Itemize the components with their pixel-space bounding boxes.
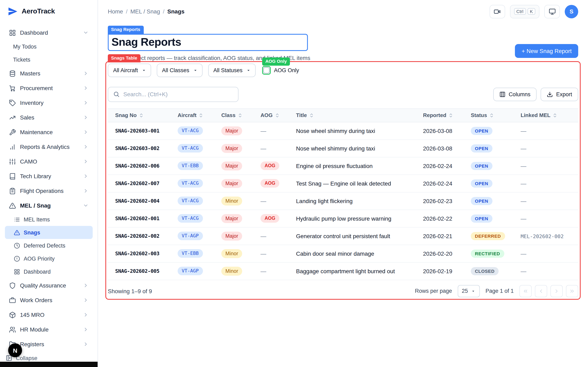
sidebar-item-my-todos[interactable]: My Todos bbox=[5, 40, 93, 53]
table-row[interactable]: SNAG-202602-002 VT-AGP Major — Generator… bbox=[108, 227, 578, 245]
aircraft-cell: VT-ACG bbox=[174, 140, 218, 157]
status-badge: OPEN bbox=[471, 197, 493, 205]
chevron-right-icon bbox=[554, 288, 559, 294]
prev-page-button[interactable] bbox=[535, 285, 547, 297]
reported-cell: 2026-03-08 bbox=[420, 140, 467, 157]
sidebar-item-dashboard[interactable]: Dashboard bbox=[5, 25, 93, 40]
sidebar-item-tech-library[interactable]: Tech Library bbox=[5, 169, 93, 184]
column-header-title[interactable]: Title bbox=[293, 109, 420, 122]
sidebar-item-sales[interactable]: Sales bbox=[5, 110, 93, 125]
snag-no-cell: SNAG-202602-007 bbox=[108, 175, 174, 192]
table-row[interactable]: SNAG-202602-005 VT-AGP Minor — Baggage c… bbox=[108, 262, 578, 280]
class-badge: Major bbox=[221, 179, 242, 188]
table-row[interactable]: SNAG-202602-003 VT-EBB Minor — Cabin doo… bbox=[108, 245, 578, 262]
table-row[interactable]: SNAG-202603-002 VT-ACG Major — Nose whee… bbox=[108, 140, 578, 157]
table-row[interactable]: SNAG-202602-001 VT-ACG Major AOG Hydraul… bbox=[108, 210, 578, 227]
sidebar-item-masters[interactable]: Masters bbox=[5, 66, 93, 81]
aog-only-checkbox[interactable] bbox=[263, 67, 269, 73]
table-row[interactable]: SNAG-202602-006 VT-EBB Major AOG Engine … bbox=[108, 157, 578, 175]
k-key: K bbox=[527, 8, 535, 15]
class-badge: Major bbox=[221, 214, 242, 223]
status-filter-select[interactable]: All Statuses bbox=[208, 64, 256, 77]
last-page-button[interactable] bbox=[566, 285, 578, 297]
column-header-linked-mel[interactable]: Linked MEL bbox=[517, 109, 578, 122]
class-filter-select[interactable]: All Classes bbox=[157, 64, 203, 77]
column-header-class[interactable]: Class bbox=[218, 109, 257, 122]
class-cell: Major bbox=[218, 227, 257, 245]
column-header-reported[interactable]: Reported bbox=[420, 109, 467, 122]
sidebar-item-inventory[interactable]: Inventory bbox=[5, 95, 93, 110]
user-avatar[interactable]: S bbox=[565, 5, 578, 18]
sidebar-item-mel-items[interactable]: MEL Items bbox=[5, 213, 93, 226]
column-header-label: Status bbox=[471, 112, 487, 118]
sidebar-item-label: CAMO bbox=[20, 158, 37, 165]
breadcrumb-item-home[interactable]: Home bbox=[108, 8, 123, 15]
column-header-snag-no[interactable]: Snag No bbox=[108, 109, 174, 122]
column-header-label: Reported bbox=[423, 112, 446, 118]
rows-per-page-select[interactable]: 25 bbox=[458, 285, 480, 297]
sidebar-item-hr-module[interactable]: HR Module bbox=[5, 322, 93, 337]
breadcrumb-item-snags[interactable]: Snags bbox=[167, 8, 185, 15]
sidebar-item-flight-operations[interactable]: Flight Operations bbox=[5, 184, 93, 198]
linked-mel-empty: — bbox=[521, 163, 526, 169]
export-button-label: Export bbox=[556, 91, 572, 98]
sort-icon bbox=[553, 113, 557, 118]
command-palette-button[interactable]: Ctrl K bbox=[510, 5, 539, 18]
sidebar-item-camo[interactable]: CAMO bbox=[5, 154, 93, 169]
snags-table: Snag NoAircraftClassAOGTitleReportedStat… bbox=[108, 108, 578, 280]
export-button[interactable]: Export bbox=[541, 88, 578, 101]
sidebar-item-mel-snag[interactable]: MEL / Snag bbox=[5, 198, 93, 213]
aog-cell: AOG bbox=[257, 157, 293, 175]
aircraft-badge: VT-EBB bbox=[178, 162, 203, 170]
breadcrumb-item-mel-snag[interactable]: MEL / Snag bbox=[130, 8, 160, 15]
sidebar-item-tickets[interactable]: Tickets bbox=[5, 53, 93, 66]
sidebar-item-145-mro[interactable]: 145 MRO bbox=[5, 308, 93, 322]
table-row[interactable]: SNAG-202602-004 VT-ACG Minor — Landing l… bbox=[108, 192, 578, 210]
column-header-aircraft[interactable]: Aircraft bbox=[174, 109, 218, 122]
sidebar-item-quality-assurance[interactable]: Quality Assurance bbox=[5, 278, 93, 293]
linked-mel-empty: — bbox=[521, 128, 526, 134]
page-header: Snag Reports Snag Reports Manage defect … bbox=[108, 25, 578, 61]
aircraft-badge: VT-EBB bbox=[178, 249, 203, 258]
title-cell: Engine oil pressure fluctuation bbox=[293, 157, 420, 175]
sidebar-item-aog-priority[interactable]: AOG Priority bbox=[5, 252, 93, 265]
display-button[interactable] bbox=[544, 5, 560, 18]
search-input[interactable] bbox=[123, 91, 233, 98]
next-page-button[interactable] bbox=[550, 285, 563, 297]
aircraft-filter-select[interactable]: All Aircraft bbox=[108, 64, 151, 77]
sidebar-item-work-orders[interactable]: Work Orders bbox=[5, 293, 93, 308]
topbar-actions: Ctrl K S bbox=[489, 5, 578, 18]
video-button[interactable] bbox=[489, 5, 505, 18]
sidebar-item-maintenance[interactable]: Maintenance bbox=[5, 125, 93, 140]
sidebar-item-reports-analytics[interactable]: Reports & Analytics bbox=[5, 140, 93, 154]
rows-per-page-label: Rows per page bbox=[415, 288, 452, 294]
filters-row: All Aircraft All Classes All Statuses AO… bbox=[108, 64, 578, 77]
nextjs-dev-button[interactable]: N bbox=[8, 343, 22, 357]
sidebar-item-snags[interactable]: Snags bbox=[5, 226, 93, 239]
title-cell: Baggage compartment light burned out bbox=[293, 262, 420, 280]
app-root: AeroTrack DashboardMy TodosTicketsMaster… bbox=[0, 0, 588, 367]
snag-no-cell: SNAG-202603-001 bbox=[108, 122, 174, 140]
column-header-status[interactable]: Status bbox=[467, 109, 517, 122]
status-cell: OPEN bbox=[467, 157, 517, 175]
reported-cell: 2026-02-21 bbox=[420, 227, 467, 245]
new-snag-report-button[interactable]: + New Snag Report bbox=[515, 44, 578, 58]
sort-icon bbox=[489, 113, 494, 118]
aerotrack-logo-icon bbox=[7, 6, 18, 17]
collapse-button[interactable]: Collapse bbox=[6, 355, 37, 361]
linked-mel-cell: — bbox=[517, 210, 578, 227]
chevron-left-icon bbox=[538, 288, 544, 294]
reported-cell: 2026-02-22 bbox=[420, 210, 467, 227]
status-badge: OPEN bbox=[471, 127, 493, 135]
table-row[interactable]: SNAG-202602-007 VT-ACG Major AOG Test Sn… bbox=[108, 175, 578, 192]
alert-circle-icon bbox=[14, 256, 20, 262]
users-icon bbox=[9, 326, 16, 333]
sidebar-item-procurement[interactable]: Procurement bbox=[5, 81, 93, 95]
first-page-button[interactable] bbox=[519, 285, 532, 297]
brand[interactable]: AeroTrack bbox=[0, 0, 98, 23]
sidebar-item-dashboard[interactable]: Dashboard bbox=[5, 265, 93, 278]
sidebar-item-deferred-defects[interactable]: Deferred Defects bbox=[5, 239, 93, 252]
table-row[interactable]: SNAG-202603-001 VT-ACG Major — Nose whee… bbox=[108, 122, 578, 140]
columns-button[interactable]: Columns bbox=[493, 88, 536, 101]
column-header-aog[interactable]: AOG bbox=[257, 109, 293, 122]
